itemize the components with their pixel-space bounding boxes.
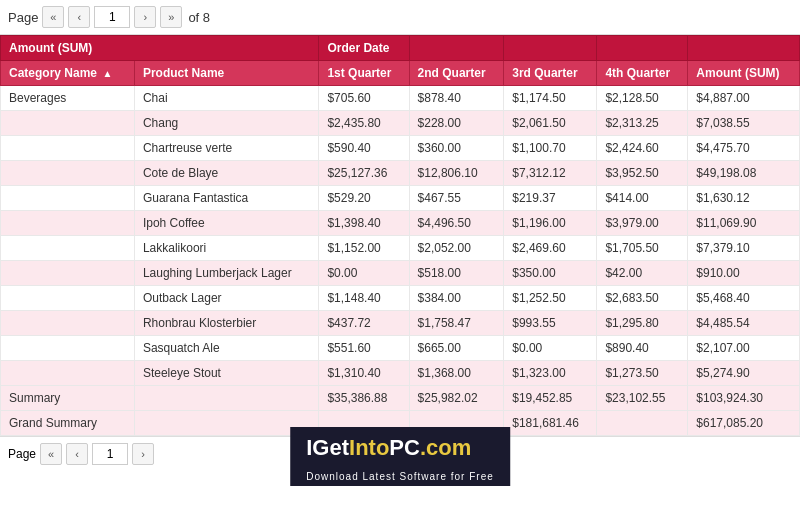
col-header-q4[interactable]: 4th Quarter bbox=[597, 61, 688, 86]
first-page-button[interactable]: « bbox=[42, 6, 64, 28]
group-header-amount: Amount (SUM) bbox=[1, 36, 319, 61]
cell-product: Guarana Fantastica bbox=[134, 186, 319, 211]
cell-q4: $890.40 bbox=[597, 336, 688, 361]
cell-q1: $0.00 bbox=[319, 261, 409, 286]
cell-q2: $4,496.50 bbox=[409, 211, 504, 236]
group-header-empty4 bbox=[688, 36, 800, 61]
top-pagination: Page « ‹ › » of 8 bbox=[0, 0, 800, 35]
col-header-q1[interactable]: 1st Quarter bbox=[319, 61, 409, 86]
cell-amount: $2,107.00 bbox=[688, 336, 800, 361]
data-rows-body: BeveragesChai$705.60$878.40$1,174.50$2,1… bbox=[1, 86, 800, 386]
cell-amount: $4,475.70 bbox=[688, 136, 800, 161]
col-header-amount[interactable]: Amount (SUM) bbox=[688, 61, 800, 86]
cell-category bbox=[1, 236, 135, 261]
summary-amount: $103,924.30 bbox=[688, 386, 800, 411]
bottom-prev-page-button[interactable]: ‹ bbox=[66, 443, 88, 465]
col-header-q2[interactable]: 2nd Quarter bbox=[409, 61, 504, 86]
prev-page-button[interactable]: ‹ bbox=[68, 6, 90, 28]
cell-q3: $2,469.60 bbox=[504, 236, 597, 261]
cell-q2: $384.00 bbox=[409, 286, 504, 311]
bottom-page-label: Page bbox=[8, 447, 36, 461]
cell-q2: $12,806.10 bbox=[409, 161, 504, 186]
table-row: Chartreuse verte$590.40$360.00$1,100.70$… bbox=[1, 136, 800, 161]
cell-category bbox=[1, 186, 135, 211]
cell-amount: $7,038.55 bbox=[688, 111, 800, 136]
cell-amount: $49,198.08 bbox=[688, 161, 800, 186]
cell-q4: $42.00 bbox=[597, 261, 688, 286]
cell-category bbox=[1, 286, 135, 311]
of-pages-text: of 8 bbox=[188, 10, 210, 25]
table-row: Laughing Lumberjack Lager$0.00$518.00$35… bbox=[1, 261, 800, 286]
cell-amount: $5,274.90 bbox=[688, 361, 800, 386]
cell-product: Sasquatch Ale bbox=[134, 336, 319, 361]
cell-q1: $590.40 bbox=[319, 136, 409, 161]
cell-q1: $551.60 bbox=[319, 336, 409, 361]
cell-q2: $228.00 bbox=[409, 111, 504, 136]
data-table-container: Amount (SUM) Order Date Category Name ▲ … bbox=[0, 35, 800, 436]
cell-q4: $1,295.80 bbox=[597, 311, 688, 336]
cell-q2: $1,758.47 bbox=[409, 311, 504, 336]
bottom-page-number-input[interactable] bbox=[92, 443, 128, 465]
cell-product: Outback Lager bbox=[134, 286, 319, 311]
cell-q2: $2,052.00 bbox=[409, 236, 504, 261]
table-row: Sasquatch Ale$551.60$665.00$0.00$890.40$… bbox=[1, 336, 800, 361]
summary-q2: $25,982.02 bbox=[409, 386, 504, 411]
cell-category bbox=[1, 111, 135, 136]
cell-category bbox=[1, 261, 135, 286]
group-header-row: Amount (SUM) Order Date bbox=[1, 36, 800, 61]
cell-q3: $350.00 bbox=[504, 261, 597, 286]
col-header-product[interactable]: Product Name bbox=[134, 61, 319, 86]
cell-product: Ipoh Coffee bbox=[134, 211, 319, 236]
group-header-empty3 bbox=[597, 36, 688, 61]
cell-category bbox=[1, 336, 135, 361]
grand-summary-label: Grand Summary bbox=[1, 411, 135, 436]
cell-q3: $1,174.50 bbox=[504, 86, 597, 111]
cell-amount: $11,069.90 bbox=[688, 211, 800, 236]
bottom-next-page-button[interactable]: › bbox=[132, 443, 154, 465]
table-row: Ipoh Coffee$1,398.40$4,496.50$1,196.00$3… bbox=[1, 211, 800, 236]
cell-q3: $2,061.50 bbox=[504, 111, 597, 136]
cell-product: Lakkalikoori bbox=[134, 236, 319, 261]
cell-q1: $1,310.40 bbox=[319, 361, 409, 386]
cell-q4: $2,313.25 bbox=[597, 111, 688, 136]
cell-amount: $7,379.10 bbox=[688, 236, 800, 261]
cell-q4: $2,128.50 bbox=[597, 86, 688, 111]
page-label: Page bbox=[8, 10, 38, 25]
table-row: Rhonbrau Klosterbier$437.72$1,758.47$993… bbox=[1, 311, 800, 336]
table-row: BeveragesChai$705.60$878.40$1,174.50$2,1… bbox=[1, 86, 800, 111]
cell-q1: $437.72 bbox=[319, 311, 409, 336]
column-header-row: Category Name ▲ Product Name 1st Quarter… bbox=[1, 61, 800, 86]
cell-q3: $0.00 bbox=[504, 336, 597, 361]
cell-q3: $219.37 bbox=[504, 186, 597, 211]
table-row: Outback Lager$1,148.40$384.00$1,252.50$2… bbox=[1, 286, 800, 311]
col-header-q3[interactable]: 3rd Quarter bbox=[504, 61, 597, 86]
cell-q2: $467.55 bbox=[409, 186, 504, 211]
table-row: Steeleye Stout$1,310.40$1,368.00$1,323.0… bbox=[1, 361, 800, 386]
last-page-button[interactable]: » bbox=[160, 6, 182, 28]
cell-q4: $3,952.50 bbox=[597, 161, 688, 186]
table-row: Lakkalikoori$1,152.00$2,052.00$2,469.60$… bbox=[1, 236, 800, 261]
cell-q1: $25,127.36 bbox=[319, 161, 409, 186]
bottom-first-page-button[interactable]: « bbox=[40, 443, 62, 465]
cell-category bbox=[1, 361, 135, 386]
sort-arrow-icon: ▲ bbox=[102, 68, 112, 79]
summary-q4: $23,102.55 bbox=[597, 386, 688, 411]
cell-category: Beverages bbox=[1, 86, 135, 111]
cell-amount: $4,887.00 bbox=[688, 86, 800, 111]
col-header-category[interactable]: Category Name ▲ bbox=[1, 61, 135, 86]
cell-q1: $529.20 bbox=[319, 186, 409, 211]
next-page-button[interactable]: › bbox=[134, 6, 156, 28]
page-number-input[interactable] bbox=[94, 6, 130, 28]
table-row: Cote de Blaye$25,127.36$12,806.10$7,312.… bbox=[1, 161, 800, 186]
cell-category bbox=[1, 161, 135, 186]
cell-amount: $4,485.54 bbox=[688, 311, 800, 336]
cell-q3: $1,323.00 bbox=[504, 361, 597, 386]
cell-category bbox=[1, 311, 135, 336]
grand-summary-q1 bbox=[319, 411, 409, 436]
cell-q3: $993.55 bbox=[504, 311, 597, 336]
table-row: Guarana Fantastica$529.20$467.55$219.37$… bbox=[1, 186, 800, 211]
cell-q3: $1,100.70 bbox=[504, 136, 597, 161]
cell-product: Rhonbrau Klosterbier bbox=[134, 311, 319, 336]
summary-body: Summary $35,386.88 $25,982.02 $19,452.85… bbox=[1, 386, 800, 436]
cell-q4: $3,979.00 bbox=[597, 211, 688, 236]
